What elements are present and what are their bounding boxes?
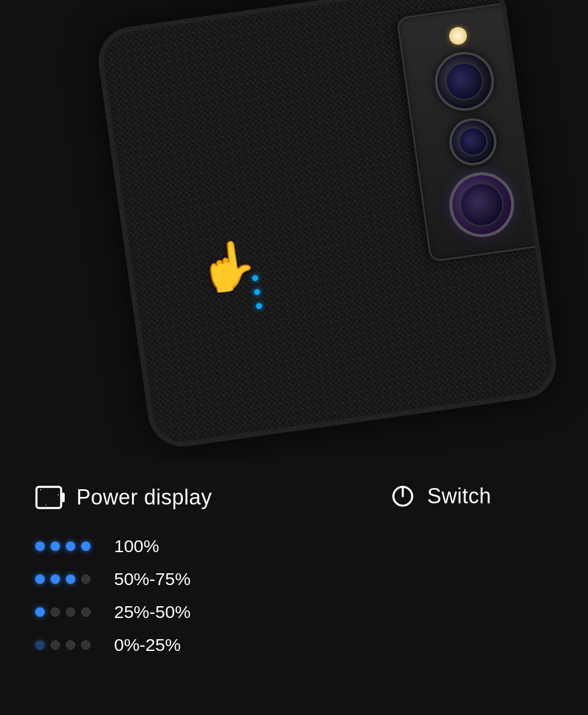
dot (51, 542, 60, 551)
power-display-label: Power display (76, 485, 212, 510)
svg-rect-1 (61, 493, 65, 502)
dot (35, 574, 45, 584)
battery-row-25-50: 25%-50% (35, 602, 553, 622)
dot (35, 640, 45, 650)
battery-pct-50-75: 50%-75% (114, 569, 191, 589)
battery-icon (35, 482, 66, 513)
camera-lens-1 (431, 48, 497, 115)
dot-group-100 (35, 542, 100, 551)
dot (51, 640, 60, 650)
dot-group-0-25 (35, 640, 100, 650)
battery-pct-100: 100% (114, 536, 159, 556)
dot (51, 574, 60, 584)
led-dot-3 (256, 303, 262, 309)
flash-sensor (448, 26, 468, 46)
dot (66, 542, 75, 551)
dot-group-25-50 (35, 607, 100, 617)
dot (81, 542, 91, 551)
info-section: Power display Switch 100% (0, 459, 588, 715)
info-header-row: Power display Switch (35, 482, 553, 513)
battery-levels: 100% 50%-75% 25%-50% (35, 536, 553, 655)
svg-rect-0 (36, 487, 61, 508)
camera-lens-3 (445, 168, 518, 241)
dot (81, 574, 91, 584)
phone-body (94, 0, 560, 451)
dot (81, 640, 91, 650)
dot (66, 574, 75, 584)
dot (51, 607, 60, 617)
switch-item: Switch (389, 482, 492, 510)
battery-row-50-75: 50%-75% (35, 569, 553, 589)
phone-area: 👆 (0, 0, 588, 459)
battery-pct-25-50: 25%-50% (114, 602, 191, 622)
dot (66, 640, 75, 650)
dot-group-50-75 (35, 574, 100, 584)
battery-pct-0-25: 0%-25% (114, 635, 181, 655)
dot (66, 607, 75, 617)
power-display-item: Power display (35, 482, 212, 513)
battery-row-100: 100% (35, 536, 553, 556)
dot (35, 542, 45, 551)
switch-label: Switch (427, 484, 492, 509)
phone-case: 👆 (94, 0, 560, 451)
pointing-hand: 👆 (195, 233, 273, 302)
dot (35, 607, 45, 617)
battery-row-0-25: 0%-25% (35, 635, 553, 655)
hand-cursor-icon: 👆 (195, 235, 261, 298)
svg-rect-2 (39, 490, 58, 505)
power-icon (389, 482, 417, 510)
camera-lens-2 (446, 115, 499, 168)
dot (81, 607, 91, 617)
